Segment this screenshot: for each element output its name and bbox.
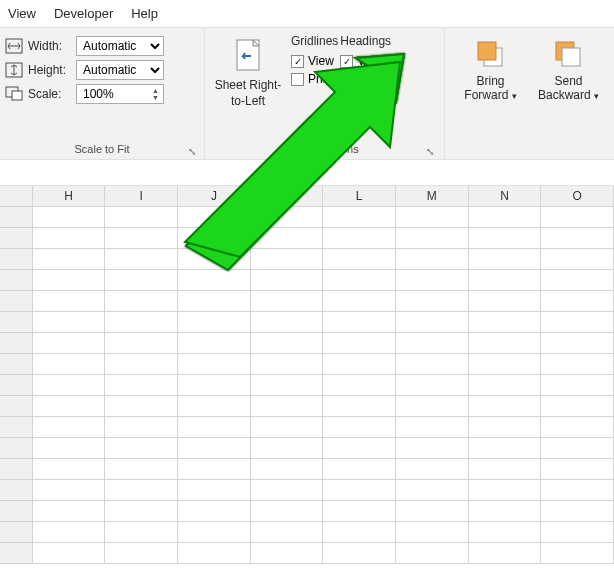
cell[interactable]: [251, 396, 324, 417]
cell[interactable]: [33, 396, 106, 417]
spinner-arrows-icon[interactable]: ▲▼: [152, 87, 159, 101]
cell[interactable]: [323, 501, 396, 522]
height-select[interactable]: Automatic: [76, 60, 164, 80]
cell[interactable]: [33, 312, 106, 333]
cell[interactable]: [396, 207, 469, 228]
cell[interactable]: [251, 249, 324, 270]
cell[interactable]: [33, 270, 106, 291]
send-backward-button[interactable]: SendBackward ▾: [533, 34, 605, 159]
cell[interactable]: [33, 207, 106, 228]
cell[interactable]: [469, 459, 542, 480]
cell[interactable]: [541, 354, 614, 375]
cell[interactable]: [541, 417, 614, 438]
cell[interactable]: [251, 543, 324, 564]
row-header[interactable]: [0, 249, 33, 270]
cell[interactable]: [469, 522, 542, 543]
cell[interactable]: [396, 312, 469, 333]
cell[interactable]: [105, 354, 178, 375]
cell[interactable]: [33, 228, 106, 249]
cell[interactable]: [469, 333, 542, 354]
cell[interactable]: [541, 396, 614, 417]
cell[interactable]: [178, 375, 251, 396]
row-header[interactable]: [0, 501, 33, 522]
cell[interactable]: [33, 543, 106, 564]
cell[interactable]: [178, 438, 251, 459]
cell[interactable]: [105, 459, 178, 480]
cell[interactable]: [251, 480, 324, 501]
cell[interactable]: [469, 207, 542, 228]
cell[interactable]: [251, 522, 324, 543]
cell[interactable]: [323, 333, 396, 354]
row-header[interactable]: [0, 438, 33, 459]
cell[interactable]: [541, 480, 614, 501]
cell[interactable]: [396, 249, 469, 270]
cell[interactable]: [396, 543, 469, 564]
menu-help[interactable]: Help: [131, 6, 158, 21]
cell[interactable]: [105, 375, 178, 396]
column-header[interactable]: M: [396, 186, 469, 207]
cell[interactable]: [105, 312, 178, 333]
cell[interactable]: [251, 270, 324, 291]
cell[interactable]: [541, 522, 614, 543]
cell[interactable]: [323, 396, 396, 417]
cell[interactable]: [541, 312, 614, 333]
row-header[interactable]: [0, 375, 33, 396]
show-dialog-launcher-icon[interactable]: ⤡: [426, 146, 434, 157]
cell[interactable]: [178, 354, 251, 375]
cell[interactable]: [178, 459, 251, 480]
cell[interactable]: [323, 249, 396, 270]
row-header[interactable]: [0, 333, 33, 354]
cell[interactable]: [396, 522, 469, 543]
row-header[interactable]: [0, 228, 33, 249]
cell[interactable]: [396, 291, 469, 312]
cell[interactable]: [33, 459, 106, 480]
cell[interactable]: [469, 543, 542, 564]
cell[interactable]: [33, 522, 106, 543]
cell[interactable]: [323, 417, 396, 438]
bring-forward-button[interactable]: BringForward ▾: [455, 34, 527, 159]
cell[interactable]: [396, 459, 469, 480]
cell[interactable]: [541, 249, 614, 270]
cell[interactable]: [105, 480, 178, 501]
sheet-rtl-button[interactable]: Sheet Right- to-Left: [211, 34, 285, 139]
cell[interactable]: [469, 417, 542, 438]
column-header[interactable]: I: [105, 186, 178, 207]
cell[interactable]: [33, 375, 106, 396]
cell[interactable]: [469, 375, 542, 396]
cell[interactable]: [323, 543, 396, 564]
cell[interactable]: [251, 312, 324, 333]
cell[interactable]: [105, 228, 178, 249]
cell[interactable]: [323, 312, 396, 333]
gridlines-view-checkbox[interactable]: ✓ View: [291, 54, 334, 68]
cell[interactable]: [178, 270, 251, 291]
cell[interactable]: [541, 459, 614, 480]
menu-developer[interactable]: Developer: [54, 6, 113, 21]
cell[interactable]: [105, 396, 178, 417]
column-header[interactable]: H: [33, 186, 106, 207]
cell[interactable]: [105, 270, 178, 291]
cell[interactable]: [469, 438, 542, 459]
cell[interactable]: [323, 375, 396, 396]
row-header[interactable]: [0, 270, 33, 291]
cell[interactable]: [105, 543, 178, 564]
cell[interactable]: [541, 270, 614, 291]
column-header[interactable]: N: [469, 186, 542, 207]
cell[interactable]: [251, 501, 324, 522]
cell[interactable]: [33, 480, 106, 501]
headings-view-checkbox[interactable]: ✓ View: [340, 54, 383, 68]
cell[interactable]: [33, 291, 106, 312]
cell[interactable]: [541, 501, 614, 522]
cell[interactable]: [178, 501, 251, 522]
cell[interactable]: [251, 459, 324, 480]
cell[interactable]: [469, 270, 542, 291]
cell[interactable]: [178, 228, 251, 249]
cell[interactable]: [541, 375, 614, 396]
cell[interactable]: [178, 396, 251, 417]
column-header[interactable]: O: [541, 186, 614, 207]
scale-dialog-launcher-icon[interactable]: ⤡: [188, 146, 196, 157]
cell[interactable]: [541, 207, 614, 228]
cell[interactable]: [396, 354, 469, 375]
cell[interactable]: [323, 354, 396, 375]
cell[interactable]: [251, 438, 324, 459]
cell[interactable]: [323, 522, 396, 543]
